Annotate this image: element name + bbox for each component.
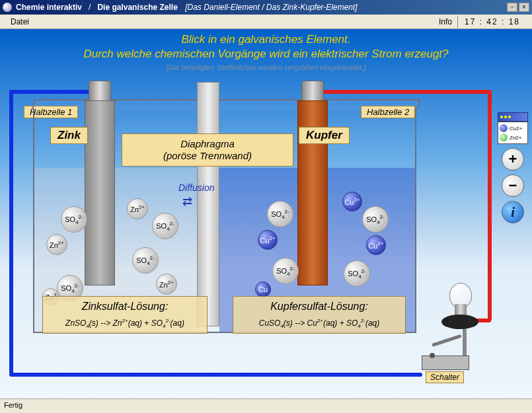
close-button[interactable]: ×	[519, 3, 529, 12]
diaphragm-label: Diaphragma (poröse Trennwand)	[122, 133, 293, 167]
diffusion-arrows-icon: ⇄	[182, 194, 190, 209]
wire-blue	[9, 373, 422, 377]
sulfate-ion: SO42-	[344, 260, 370, 287]
subheadline: [Die beteiligten Stoffteilchen werden ve…	[0, 63, 532, 71]
app-icon	[3, 3, 12, 12]
menu-file[interactable]: Datei	[5, 16, 34, 28]
diaphragm	[197, 82, 219, 326]
sulfate-ion: SO42-	[362, 206, 389, 233]
sulfate-ion: SO42-	[61, 206, 87, 233]
title-text: Chemie interaktiv / Die galvanische Zell…	[16, 3, 506, 12]
switch-label: Schalter	[426, 371, 464, 383]
toolbox-header[interactable]	[498, 112, 528, 122]
sulfate-ion: SO42-	[152, 213, 178, 239]
switch[interactable]	[422, 356, 469, 370]
minimize-button[interactable]: ▫	[507, 3, 517, 12]
sulfate-ion: SO42-	[272, 258, 299, 284]
headline-2: Durch welche chemischen Vorgänge wird ei…	[0, 48, 532, 61]
info-button[interactable]: i	[502, 201, 524, 223]
headline-1: Blick in ein galvanisches Element.	[0, 33, 532, 46]
sulfate-ion: SO42-	[267, 201, 293, 227]
switch-pivot	[430, 353, 435, 358]
diffusion-label: Diffusion	[178, 182, 214, 193]
subtopic: [Das Daniell-Element / Das Zink-Kupfer-E…	[185, 3, 358, 12]
legend-zn: Zn2+	[500, 133, 526, 141]
zinc-ion: Zn2+	[46, 234, 67, 255]
lightbulb-base	[441, 315, 478, 329]
app-name: Chemie interaktiv	[16, 3, 82, 12]
toolbox: Cu2+ Zn2+ + − i	[498, 112, 528, 227]
copper-ion: Cu2+	[258, 230, 278, 250]
copper-label: Kupfer	[299, 127, 350, 144]
wire-blue	[11, 90, 98, 94]
wire-blue	[9, 90, 13, 374]
status-text: Fertig	[4, 401, 22, 409]
zinc-solution-title: Zinksulfat-Lösung:	[47, 301, 203, 313]
menu-bar: Datei Info 17 : 42 : 18	[0, 15, 532, 29]
zoom-out-button[interactable]: −	[502, 174, 524, 197]
zinc-solution-box: Zinksulfat-Lösung: ZnSO4(s) --> Zn2+(aq)…	[42, 296, 208, 334]
ion-legend: Cu2+ Zn2+	[498, 122, 528, 144]
title-bar: Chemie interaktiv / Die galvanische Zell…	[0, 0, 532, 15]
sulfate-ion: SO42-	[132, 247, 159, 274]
zinc-ion: Zn2+	[127, 198, 148, 219]
topic: Die galvanische Zelle	[97, 3, 177, 12]
zinc-solution-equation: ZnSO4(s) --> Zn2+(aq) + SO42-(aq)	[47, 318, 203, 329]
diagram-canvas: Blick in ein galvanisches Element. Durch…	[0, 29, 532, 398]
zinc-ion: Zn2+	[156, 274, 177, 295]
copper-ion: Cu2+	[366, 235, 386, 255]
wire-red	[488, 90, 492, 321]
zinc-electrode	[85, 100, 115, 285]
zoom-in-button[interactable]: +	[502, 148, 524, 170]
switch-lever[interactable]	[432, 334, 461, 347]
copper-solution-box: Kupfersulfat-Lösung: CuSO4(s) --> Cu2+(a…	[233, 296, 406, 334]
status-bar: Fertig	[0, 398, 532, 413]
copper-solution-title: Kupfersulfat-Lösung:	[237, 301, 401, 313]
copper-atom: Cu	[255, 282, 271, 297]
menu-info[interactable]: Info	[434, 16, 457, 28]
wire-grey	[463, 328, 467, 358]
legend-cu: Cu2+	[500, 124, 526, 132]
zinc-label: Zink	[50, 127, 88, 144]
copper-ion: Cu2+	[342, 192, 362, 211]
copper-solution-equation: CuSO4(s) --> Cu2+(aq) + SO42-(aq)	[237, 318, 401, 329]
clock: 17 : 42 : 18	[457, 16, 527, 28]
wire-red	[319, 90, 490, 94]
